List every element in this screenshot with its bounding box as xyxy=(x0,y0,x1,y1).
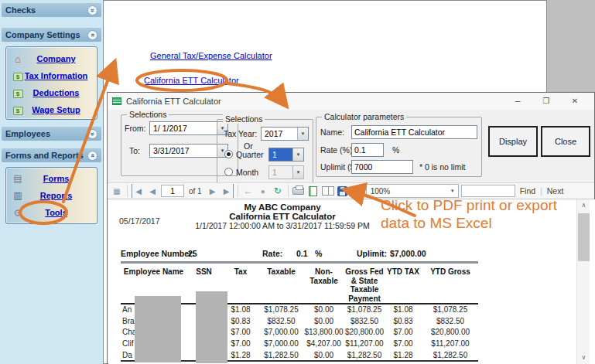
sidebar-link-wage-setup[interactable]: Wage Setup xyxy=(23,105,97,114)
page-setup-icon[interactable] xyxy=(322,184,334,198)
table-cell: $20,800.00 xyxy=(345,327,384,338)
uplimit-field[interactable] xyxy=(351,160,413,174)
document-map-icon[interactable]: ▦ xyxy=(111,184,123,198)
maximize-button[interactable]: ❒ xyxy=(535,95,558,108)
table-cell: $1,078.25 xyxy=(260,304,303,315)
print-layout-icon[interactable] xyxy=(307,184,320,198)
dropdown-arrow-icon[interactable]: ▼ xyxy=(292,148,303,161)
quarter-radio[interactable] xyxy=(224,150,233,158)
sidebar-item-reports[interactable]: ▥ Reports xyxy=(6,187,97,204)
scroll-up-icon[interactable]: ∧ xyxy=(577,199,590,212)
quarter-dropdown[interactable]: 1 ▼ xyxy=(268,148,304,162)
first-page-icon[interactable]: ◀ xyxy=(132,184,144,198)
month-label: Month xyxy=(236,168,258,177)
sidebar-item-company[interactable]: ⌂ Company xyxy=(6,50,97,67)
employee-number-label: Employee Number: xyxy=(121,249,195,258)
sidebar-item-tax-information[interactable]: $ Tax Information xyxy=(6,67,97,84)
rate-label: Rate (%): xyxy=(320,145,354,155)
calculator-parameters-group: Calculator parameters Name: Rate (%): % … xyxy=(316,117,482,177)
next-page-icon[interactable]: ▶ xyxy=(207,184,219,198)
last-page-icon[interactable]: ▶ xyxy=(221,184,234,198)
sidebar: Checks « Company Settings « ⌂ Company $ … xyxy=(0,0,103,364)
refresh-icon[interactable]: ↻ xyxy=(272,184,284,198)
report-view: 05/17/2017 My ABC Company California ETT… xyxy=(108,199,595,364)
forms-icon: ▤ xyxy=(12,173,23,184)
chevron-down-icon[interactable]: « xyxy=(87,5,97,15)
california-ett-calculator-link[interactable]: California ETT Calculator xyxy=(144,76,239,85)
page-number-input[interactable] xyxy=(161,185,184,197)
table-cell: $1,282.50 xyxy=(260,349,303,361)
previous-page-icon[interactable]: ◀ xyxy=(146,184,159,198)
sidebar-section-forms-reports[interactable]: Forms and Reports « xyxy=(2,148,101,162)
close-window-button[interactable]: ✕ xyxy=(563,95,586,108)
month-dropdown: 1 ▼ xyxy=(268,165,304,179)
general-tax-calculator-link[interactable]: General Tax/Expense Calculator xyxy=(150,51,272,60)
find-next-button[interactable]: Next xyxy=(545,186,566,196)
ssn-redaction-box xyxy=(196,291,227,363)
print-icon[interactable] xyxy=(292,184,305,198)
export-save-icon[interactable] xyxy=(337,184,349,198)
sidebar-item-tools[interactable]: ⚙ Tools xyxy=(6,204,97,221)
find-input[interactable] xyxy=(461,185,515,197)
find-button[interactable]: Find xyxy=(518,186,538,196)
name-field[interactable] xyxy=(351,125,477,139)
employee-number-value: 25 xyxy=(188,249,197,258)
chevron-up-icon[interactable]: « xyxy=(87,30,97,40)
table-cell: $0.00 xyxy=(303,304,345,315)
rate-summary-label: Rate: xyxy=(262,249,282,258)
company-settings-panel: ⌂ Company $ Tax Information $ Deductions… xyxy=(5,46,97,120)
export-dropdown-arrow-icon[interactable]: ▼ xyxy=(351,184,357,198)
money-deduction-icon: $ xyxy=(13,90,23,98)
month-radio[interactable] xyxy=(224,168,233,176)
display-button[interactable]: Display xyxy=(488,126,538,157)
sidebar-section-employees[interactable]: Employees « xyxy=(2,127,101,141)
stop-icon[interactable]: ● xyxy=(257,184,269,198)
sidebar-item-forms[interactable]: ▤ Forms xyxy=(6,170,97,187)
sidebar-item-deductions[interactable]: $ Deductions xyxy=(6,84,97,101)
to-label: To: xyxy=(129,146,140,155)
rate-summary-unit: % xyxy=(315,249,322,258)
section-label: Employees xyxy=(5,129,50,138)
back-icon[interactable]: ← xyxy=(242,184,255,198)
rate-field[interactable] xyxy=(351,143,384,157)
table-cell: $0.83 xyxy=(384,315,422,327)
tax-year-label: Tax Year: xyxy=(224,129,257,138)
money-icon: $ xyxy=(13,73,23,81)
sidebar-link-reports[interactable]: Reports xyxy=(23,191,97,200)
dialog-title: California ETT Calculator xyxy=(126,97,221,106)
sidebar-link-deductions[interactable]: Deductions xyxy=(23,88,97,97)
california-ett-calculator-dialog: California ETT Calculator – ❒ ✕ Selectio… xyxy=(107,92,595,364)
table-cell: $832.50 xyxy=(422,315,478,327)
sidebar-link-tools[interactable]: Tools xyxy=(23,208,97,217)
report-company-name: My ABC Company xyxy=(124,202,441,212)
table-cell: $0.00 xyxy=(303,349,345,361)
dropdown-arrow-icon[interactable]: ▼ xyxy=(297,128,308,140)
column-header: Non-Taxable xyxy=(303,266,345,304)
minimize-button[interactable]: – xyxy=(506,95,529,108)
sidebar-link-forms[interactable]: Forms xyxy=(23,174,97,183)
chevron-down-icon[interactable]: « xyxy=(87,129,97,139)
section-label: Company Settings xyxy=(5,30,80,39)
close-button[interactable]: Close xyxy=(541,126,590,157)
table-cell: $20,800.00 xyxy=(422,327,478,338)
report-scrollbar[interactable]: ∧ ∨ xyxy=(576,199,590,364)
column-header: YTD TAX xyxy=(384,266,422,304)
gear-icon: ⚙ xyxy=(12,207,23,219)
name-label: Name: xyxy=(320,128,344,137)
scroll-down-icon[interactable]: ∨ xyxy=(577,352,590,364)
tax-year-dropdown[interactable]: 2017 ▼ xyxy=(261,127,309,141)
zoom-select[interactable]: 100% ▼ xyxy=(366,184,459,198)
page-count-label: of 1 xyxy=(186,187,204,196)
table-cell: $1,078.25 xyxy=(345,304,384,315)
sidebar-section-company-settings[interactable]: Company Settings « xyxy=(2,28,101,42)
table-cell: $1,282.50 xyxy=(422,349,478,361)
sidebar-link-tax-information[interactable]: Tax Information xyxy=(23,71,97,80)
table-cell: $7.00 xyxy=(384,327,422,338)
scrollbar-thumb[interactable] xyxy=(578,213,590,261)
sidebar-section-checks[interactable]: Checks « xyxy=(2,3,101,17)
chevron-up-icon[interactable]: « xyxy=(87,151,97,161)
sidebar-link-company[interactable]: Company xyxy=(23,54,97,63)
table-cell: $1.28 xyxy=(384,349,422,361)
sidebar-item-wage-setup[interactable]: $ Wage Setup xyxy=(6,101,97,118)
section-label: Checks xyxy=(5,5,36,15)
